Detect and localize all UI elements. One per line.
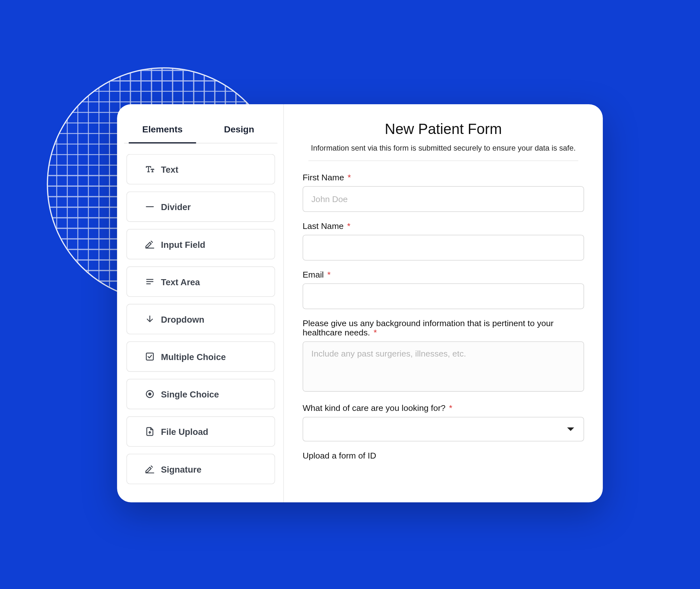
required-marker: * [449,404,452,413]
element-dropdown[interactable]: Dropdown [126,304,275,334]
background-label: Please give us any background informatio… [303,319,584,337]
input-field-icon [144,239,156,249]
field-email: Email * [303,270,584,309]
form-title: New Patient Form [303,121,584,138]
tab-elements[interactable]: Elements [124,116,201,143]
svg-point-8 [148,392,152,396]
first-name-label: First Name * [303,173,584,182]
form-builder-card: Elements Design Text Divider [117,104,603,502]
form-divider [308,161,578,161]
care-kind-label: What kind of care are you looking for? * [303,404,584,413]
element-single-choice-label: Single Choice [161,389,219,399]
email-label: Email * [303,270,584,279]
tab-design-label: Design [224,124,254,134]
element-multiple-choice-label: Multiple Choice [161,352,226,362]
element-dropdown-label: Dropdown [161,314,205,324]
last-name-input[interactable] [303,235,584,260]
element-text[interactable]: Text [126,154,275,185]
last-name-label: Last Name * [303,221,584,230]
last-name-label-text: Last Name [303,221,343,230]
care-kind-select[interactable] [303,417,584,442]
single-choice-icon [144,389,156,399]
first-name-label-text: First Name [303,173,344,182]
dropdown-icon [144,314,156,324]
text-area-icon [144,276,156,287]
first-name-input[interactable] [303,186,584,212]
element-input-field[interactable]: Input Field [126,229,275,259]
svg-rect-6 [147,353,154,360]
element-single-choice[interactable]: Single Choice [126,379,275,409]
required-marker: * [348,173,351,182]
text-icon [144,164,156,175]
element-signature[interactable]: Signature [126,454,275,484]
element-multiple-choice[interactable]: Multiple Choice [126,341,275,372]
required-marker: * [327,270,330,279]
required-marker: * [374,328,377,337]
multiple-choice-icon [144,351,156,362]
element-signature-label: Signature [161,464,202,474]
form-preview: New Patient Form Information sent via th… [284,104,603,502]
element-divider-label: Divider [161,202,191,212]
upload-id-label-text: Upload a form of ID [303,451,376,460]
elements-list: Text Divider Input Field [124,154,277,487]
upload-id-label: Upload a form of ID [303,451,584,460]
email-input[interactable] [303,283,584,309]
required-marker: * [347,221,350,230]
file-upload-icon [144,426,156,437]
sidebar-tabs: Elements Design [124,116,277,144]
element-input-field-label: Input Field [161,239,206,249]
field-first-name: First Name * [303,173,584,212]
element-file-upload-label: File Upload [161,427,208,436]
divider-icon [144,201,156,212]
tab-design[interactable]: Design [201,116,277,143]
background-label-text: Please give us any background informatio… [303,319,553,337]
background-textarea[interactable] [303,341,584,391]
field-upload-id: Upload a form of ID [303,451,584,460]
builder-sidebar: Elements Design Text Divider [117,104,284,502]
element-file-upload[interactable]: File Upload [126,416,275,447]
field-care-kind: What kind of care are you looking for? * [303,404,584,442]
signature-icon [144,464,156,474]
field-background: Please give us any background informatio… [303,319,584,394]
element-text-area-label: Text Area [161,276,200,286]
element-text-label: Text [161,164,178,174]
element-divider[interactable]: Divider [126,192,275,222]
field-last-name: Last Name * [303,221,584,260]
caret-down-icon [567,427,574,431]
element-text-area[interactable]: Text Area [126,266,275,297]
form-subtitle: Information sent via this form is submit… [303,144,584,152]
tab-elements-label: Elements [142,124,183,134]
care-kind-label-text: What kind of care are you looking for? [303,404,446,413]
email-label-text: Email [303,270,324,279]
